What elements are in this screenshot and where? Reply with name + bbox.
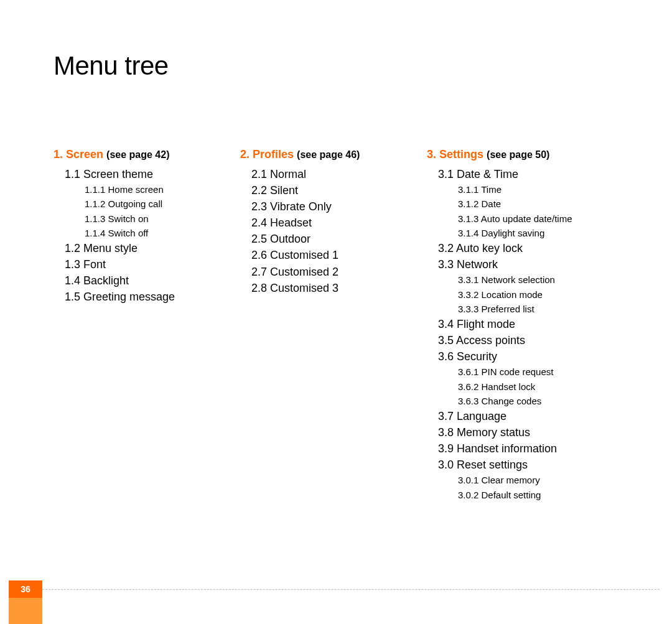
page-number: 36 bbox=[9, 580, 42, 598]
menu-item: 3.6.3 Change codes bbox=[427, 394, 632, 408]
section-items-screen: 1.1 Screen theme1.1.1 Home screen1.1.2 O… bbox=[54, 166, 240, 305]
menu-item: 1.3 Font bbox=[54, 256, 240, 272]
menu-item: 1.2 Menu style bbox=[54, 240, 240, 256]
menu-item: 3.7 Language bbox=[427, 408, 632, 424]
menu-item: 2.1 Normal bbox=[240, 166, 427, 182]
menu-item: 1.1.1 Home screen bbox=[54, 182, 240, 197]
menu-item: 3.6.1 PIN code request bbox=[427, 365, 632, 379]
menu-item: 3.1.4 Daylight saving bbox=[427, 226, 632, 240]
menu-item: 2.2 Silent bbox=[240, 182, 427, 198]
column-screen: 1. Screen (see page 42) 1.1 Screen theme… bbox=[54, 148, 240, 502]
menu-item: 2.7 Customised 2 bbox=[240, 264, 427, 280]
menu-item: 3.0.1 Clear memory bbox=[427, 473, 632, 487]
menu-item: 1.1 Screen theme bbox=[54, 166, 240, 182]
menu-item: 1.4 Backlight bbox=[54, 272, 240, 289]
menu-item: 3.1.3 Auto update date/time bbox=[427, 212, 632, 226]
menu-item: 3.3.1 Network selection bbox=[427, 272, 632, 287]
page-title: Menu tree bbox=[54, 51, 169, 81]
menu-item: 3.8 Memory status bbox=[427, 424, 632, 440]
menu-item: 3.1 Date & Time bbox=[427, 166, 632, 182]
section-header-settings: 3. Settings (see page 50) bbox=[427, 148, 632, 161]
section-page-ref: (see page 42) bbox=[106, 149, 169, 160]
section-page-ref: (see page 46) bbox=[297, 149, 360, 160]
section-items-profiles: 2.1 Normal2.2 Silent2.3 Vibrate Only2.4 … bbox=[240, 166, 427, 296]
section-header-screen: 1. Screen (see page 42) bbox=[54, 148, 240, 161]
footer-dashed-line bbox=[42, 589, 660, 590]
menu-item: 2.3 Vibrate Only bbox=[240, 198, 427, 215]
menu-item: 3.5 Access points bbox=[427, 332, 632, 348]
menu-item: 2.4 Headset bbox=[240, 215, 427, 231]
menu-item: 3.2 Auto key lock bbox=[427, 240, 632, 256]
menu-item: 1.1.4 Switch off bbox=[54, 226, 240, 240]
menu-item: 3.9 Handset information bbox=[427, 440, 632, 457]
menu-item: 3.3.3 Preferred list bbox=[427, 302, 632, 316]
menu-item: 3.1.1 Time bbox=[427, 182, 632, 197]
page-footer: 36 bbox=[0, 580, 672, 598]
menu-item: 2.5 Outdoor bbox=[240, 231, 427, 247]
column-profiles: 2. Profiles (see page 46) 2.1 Normal2.2 … bbox=[240, 148, 427, 502]
menu-item: 1.1.2 Outgoing call bbox=[54, 197, 240, 211]
menu-item: 3.3 Network bbox=[427, 256, 632, 272]
section-header-profiles: 2. Profiles (see page 46) bbox=[240, 148, 427, 161]
menu-item: 1.1.3 Switch on bbox=[54, 212, 240, 226]
menu-item: 3.6.2 Handset lock bbox=[427, 380, 632, 394]
menu-item: 2.6 Customised 1 bbox=[240, 247, 427, 263]
menu-item: 1.5 Greeting message bbox=[54, 289, 240, 305]
menu-item: 2.8 Customised 3 bbox=[240, 280, 427, 296]
section-title: 2. Profiles bbox=[240, 148, 294, 161]
menu-columns: 1. Screen (see page 42) 1.1 Screen theme… bbox=[54, 148, 632, 502]
section-items-settings: 3.1 Date & Time3.1.1 Time3.1.2 Date3.1.3… bbox=[427, 166, 632, 502]
menu-item: 3.3.2 Location mode bbox=[427, 287, 632, 302]
menu-item: 3.4 Flight mode bbox=[427, 316, 632, 332]
orange-tab bbox=[9, 598, 42, 624]
section-title: 3. Settings bbox=[427, 148, 483, 161]
menu-item: 3.6 Security bbox=[427, 348, 632, 365]
menu-item: 3.0.2 Default setting bbox=[427, 488, 632, 502]
menu-item: 3.0 Reset settings bbox=[427, 457, 632, 473]
menu-item: 3.1.2 Date bbox=[427, 197, 632, 211]
section-title: 1. Screen bbox=[54, 148, 103, 161]
column-settings: 3. Settings (see page 50) 3.1 Date & Tim… bbox=[427, 148, 632, 502]
section-page-ref: (see page 50) bbox=[487, 149, 549, 160]
